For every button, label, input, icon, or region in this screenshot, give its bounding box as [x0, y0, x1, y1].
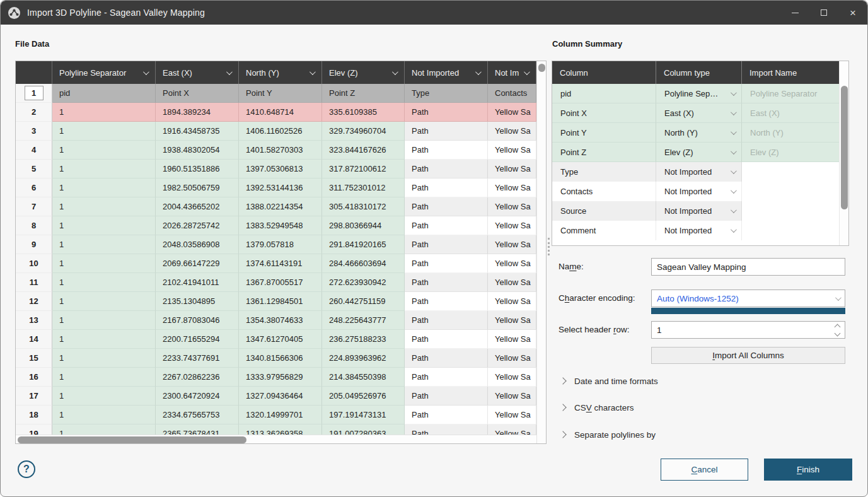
column-type-dropdown[interactable]: Not Imported: [656, 162, 742, 182]
column-header-dropdown[interactable]: North (Y): [239, 61, 322, 84]
summary-scrollbar-thumb[interactable]: [841, 86, 848, 209]
file-header-row[interactable]: 1pidPoint XPoint YPoint ZTypeContacts: [16, 84, 536, 103]
column-header-dropdown[interactable]: Not Imported: [405, 61, 488, 84]
column-type-dropdown[interactable]: Elev (Z): [656, 143, 742, 162]
table-cell: 305.418310172: [322, 197, 405, 216]
table-row[interactable]: 1212135.13048951361.12984501260.44275115…: [16, 292, 536, 311]
column-type-dropdown[interactable]: Not Imported: [656, 221, 742, 240]
summary-row[interactable]: Point ZElev (Z)Elev (Z): [552, 143, 839, 162]
table-cell: 317.872100612: [322, 160, 405, 178]
import-name-cell[interactable]: Polyline Separator: [742, 84, 839, 103]
column-type-dropdown[interactable]: Not Imported: [656, 182, 742, 201]
column-header-dropdown[interactable]: East (X): [156, 61, 239, 84]
table-cell: 272.623930942: [322, 273, 405, 292]
table-row[interactable]: 812026.287257421383.52949548298.80366944…: [16, 216, 536, 235]
table-row[interactable]: 411938.483020541401.58270303323.84416762…: [16, 141, 536, 160]
column-header-dropdown[interactable]: Elev (Z): [322, 61, 405, 84]
import-name-cell[interactable]: North (Y): [742, 123, 839, 143]
table-cell: Yellow Sa: [488, 406, 536, 424]
import-name-cell[interactable]: East (X): [742, 103, 839, 123]
title-bar[interactable]: Import 3D Polyline - Sagean Valley Mappi…: [1, 1, 867, 25]
table-row[interactable]: 311916.434587351406.11602526329.73496070…: [16, 122, 536, 141]
summary-row[interactable]: CommentNot Imported: [552, 221, 839, 240]
minimize-button[interactable]: [780, 1, 809, 25]
column-type-dropdown[interactable]: North (Y): [656, 123, 742, 143]
import-name-cell[interactable]: Elev (Z): [742, 143, 839, 162]
header-row-cell: Type: [405, 84, 488, 103]
encoding-progress-bar: [651, 308, 845, 314]
table-row[interactable]: 912048.035869081379.057818291.841920165P…: [16, 235, 536, 254]
horizontal-scrollbar-thumb[interactable]: [18, 436, 246, 443]
table-row[interactable]: 712004.436652021388.02214354305.41831017…: [16, 197, 536, 216]
table-cell: 2102.41941011: [156, 273, 239, 292]
file-data-table: Polyline SeparatorEast (X)North (Y)Elev …: [15, 61, 547, 444]
column-header-dropdown[interactable]: Not Imported: [488, 61, 536, 84]
table-row[interactable]: 1912365.736784311313.36269358191.0072803…: [16, 424, 536, 435]
table-cell: 1: [52, 330, 156, 349]
table-cell: Yellow Sa: [488, 197, 536, 216]
import-all-columns-button[interactable]: Import All Columns: [651, 347, 845, 364]
row-number-cell[interactable]: 1: [16, 84, 52, 103]
table-cell: 1982.50506759: [156, 178, 239, 197]
pane-splitter-grip[interactable]: [548, 238, 550, 255]
header-row-spinner[interactable]: 1: [651, 321, 845, 339]
horizontal-scrollbar[interactable]: [16, 435, 536, 443]
summary-vertical-scrollbar[interactable]: [839, 61, 848, 245]
cancel-button[interactable]: Cancel: [661, 459, 748, 481]
table-cell: 2233.74377691: [156, 349, 239, 368]
section-date-and-time-formats[interactable]: Date and time formats: [560, 373, 658, 389]
table-row[interactable]: 211894.3892341410.648714335.6109385PathY…: [16, 103, 536, 122]
table-row[interactable]: 1012069.661472291374.61143191284.4666036…: [16, 254, 536, 273]
chevron-down-icon: [835, 295, 842, 301]
column-header-dropdown[interactable]: Polyline Separator: [52, 61, 156, 84]
import-3d-polyline-dialog: Import 3D Polyline - Sagean Valley Mappi…: [0, 0, 868, 497]
table-cell: 197.191473131: [322, 406, 405, 424]
summary-row[interactable]: Point YNorth (Y)North (Y): [552, 123, 839, 143]
file-data-title: File Data: [15, 39, 49, 49]
table-row[interactable]: 611982.505067591392.53144136311.75230101…: [16, 178, 536, 197]
table-row[interactable]: 1812334.675657531320.14999701197.1914731…: [16, 406, 536, 424]
table-cell: 1383.52949548: [239, 216, 322, 235]
section-csv-characters[interactable]: CSV characters: [560, 400, 634, 415]
finish-button[interactable]: Finish: [764, 459, 852, 481]
close-button[interactable]: ×: [838, 1, 867, 25]
table-row[interactable]: 1512233.743776911340.81566306224.8939639…: [16, 349, 536, 368]
table-cell: 1: [52, 235, 156, 254]
table-row[interactable]: 1612267.028622361333.97956829214.3845503…: [16, 368, 536, 387]
summary-table-content: ColumnColumn typeImport Name pidPolyline…: [552, 61, 839, 245]
help-button[interactable]: ?: [18, 460, 35, 478]
spinner-down-icon[interactable]: [835, 330, 841, 336]
table-cell: Path: [405, 141, 488, 160]
table-cell: Yellow Sa: [488, 160, 536, 178]
table-row[interactable]: 511960.513518861397.05306813317.87210061…: [16, 160, 536, 178]
question-mark-icon: ?: [23, 464, 30, 475]
table-cell: 1: [52, 311, 156, 330]
summary-row[interactable]: SourceNot Imported: [552, 201, 839, 221]
table-cell: 2004.43665202: [156, 197, 239, 216]
row-number-cell: 7: [16, 197, 52, 216]
table-row[interactable]: 1412200.716552941347.61270405236.2751882…: [16, 330, 536, 349]
maximize-button[interactable]: [809, 1, 838, 25]
file-table-vertical-scrollbar[interactable]: [536, 61, 546, 443]
table-row[interactable]: 1712300.647209241327.09436464205.0495269…: [16, 387, 536, 406]
summary-row[interactable]: pidPolyline Sep…Polyline Separator: [552, 84, 839, 103]
table-row[interactable]: 1112102.419410111367.87005517272.6239309…: [16, 273, 536, 292]
table-cell: Path: [405, 349, 488, 368]
column-type-dropdown[interactable]: Not Imported: [656, 201, 742, 221]
summary-row[interactable]: Point XEast (X)East (X): [552, 103, 839, 123]
section-separate-polylines-by[interactable]: Separate polylines by: [560, 427, 656, 442]
summary-row[interactable]: ContactsNot Imported: [552, 182, 839, 201]
table-row[interactable]: 1312167.870830461354.38074633248.2256437…: [16, 311, 536, 330]
column-type-dropdown[interactable]: Polyline Sep…: [656, 84, 742, 103]
column-type-dropdown[interactable]: East (X): [656, 103, 742, 123]
maximize-icon: [821, 9, 827, 16]
table-cell: 329.734960704: [322, 122, 405, 141]
spinner-up-icon[interactable]: [835, 324, 841, 330]
summary-row[interactable]: TypeNot Imported: [552, 162, 839, 182]
character-encoding-select[interactable]: Auto (Windows-1252): [651, 289, 845, 307]
chevron-down-icon: [524, 69, 530, 75]
column-header-label: Not Imported: [412, 68, 470, 78]
column-type-value: Elev (Z): [664, 148, 726, 157]
name-input[interactable]: Sagean Valley Mapping: [651, 258, 845, 276]
vertical-scrollbar-thumb[interactable]: [538, 64, 545, 72]
